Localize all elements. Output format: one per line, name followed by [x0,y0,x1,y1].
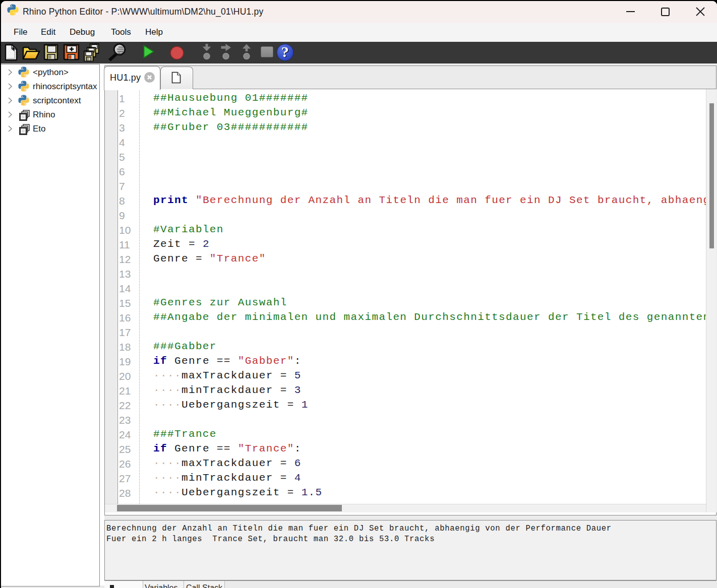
svg-text:?: ? [281,43,289,60]
